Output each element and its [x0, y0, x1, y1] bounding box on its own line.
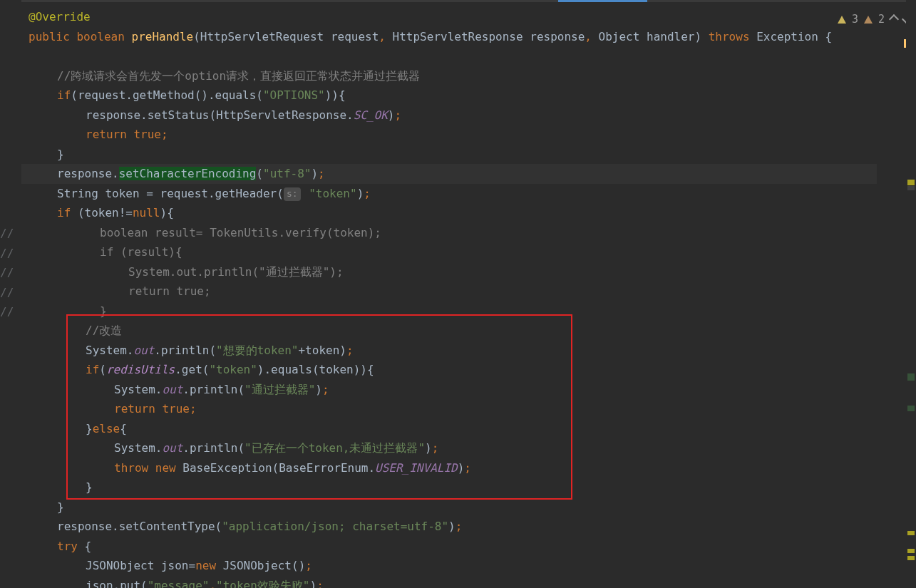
- selected-text: setCharacterEncoding: [119, 167, 257, 180]
- code-editor[interactable]: @Override public boolean preHandle(HttpS…: [21, 7, 877, 588]
- gutter: // // // // //: [0, 0, 21, 588]
- prev-highlight-icon[interactable]: [889, 14, 899, 24]
- stripe-mark[interactable]: [907, 406, 915, 411]
- stripe-mark[interactable]: [907, 373, 915, 381]
- stripe-mark[interactable]: [907, 186, 915, 190]
- gutter-comment-marker: //: [0, 244, 20, 263]
- error-stripe[interactable]: [906, 0, 916, 588]
- stripe-warning[interactable]: [907, 531, 915, 535]
- parameter-hint: s:: [284, 187, 301, 201]
- annotation: @Override: [29, 10, 91, 24]
- gutter-comment-marker: //: [0, 224, 20, 243]
- stripe-warning[interactable]: [907, 549, 915, 553]
- gutter-comment-marker: //: [0, 263, 20, 282]
- active-tab-underline: [558, 0, 647, 2]
- highlighted-line: response.setCharacterEncoding("utf-8");: [21, 164, 877, 184]
- comment: //跨域请求会首先发一个option请求，直接返回正常状态并通过拦截器: [57, 69, 420, 83]
- gutter-comment-marker: //: [0, 283, 20, 302]
- stripe-warning[interactable]: [907, 556, 915, 560]
- stripe-warning[interactable]: [907, 180, 915, 185]
- gutter-comment-marker: //: [0, 302, 20, 321]
- weak-warnings-count: 2: [878, 13, 885, 26]
